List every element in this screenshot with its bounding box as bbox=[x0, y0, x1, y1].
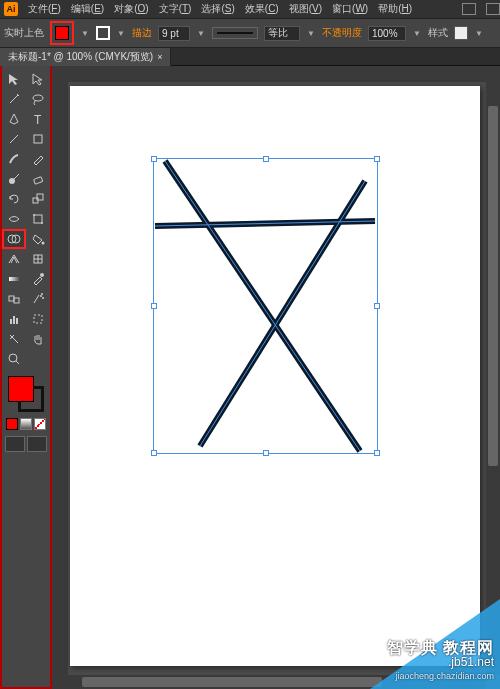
color-mode-gradient-icon[interactable] bbox=[20, 418, 32, 430]
direct-selection-tool[interactable] bbox=[27, 70, 49, 88]
fill-stroke-indicator[interactable] bbox=[6, 374, 46, 414]
fill-swatch-highlight bbox=[50, 21, 74, 45]
live-paint-bucket-tool[interactable] bbox=[27, 230, 49, 248]
selection-handle[interactable] bbox=[374, 450, 380, 456]
svg-rect-3 bbox=[34, 135, 42, 143]
screen-mode-normal-icon[interactable] bbox=[5, 436, 25, 452]
graphic-style-swatch[interactable] bbox=[454, 26, 468, 40]
menubar: Ai 文件(F) 编辑(E) 对象(O) 文字(T) 选择(S) 效果(C) 视… bbox=[0, 0, 500, 18]
color-mode-solid-icon[interactable] bbox=[6, 418, 18, 430]
svg-rect-24 bbox=[10, 319, 12, 324]
stroke-weight-input[interactable] bbox=[158, 26, 190, 41]
shape-builder-tool[interactable] bbox=[3, 230, 25, 248]
svg-point-10 bbox=[41, 222, 43, 224]
document-tabs: 未标题-1* @ 100% (CMYK/预览) × bbox=[0, 48, 500, 66]
menu-window[interactable]: 窗口(W) bbox=[332, 2, 368, 16]
selection-handle[interactable] bbox=[374, 156, 380, 162]
perspective-grid-tool[interactable] bbox=[3, 250, 25, 268]
line-tool[interactable] bbox=[3, 130, 25, 148]
menu-help[interactable]: 帮助(H) bbox=[378, 2, 412, 16]
hand-tool[interactable] bbox=[27, 330, 49, 348]
document-tab[interactable]: 未标题-1* @ 100% (CMYK/预览) × bbox=[0, 48, 171, 66]
chevron-down-icon[interactable]: ▼ bbox=[412, 29, 422, 38]
selection-handle[interactable] bbox=[263, 156, 269, 162]
chevron-down-icon[interactable]: ▼ bbox=[196, 29, 206, 38]
selection-handle[interactable] bbox=[374, 303, 380, 309]
svg-point-23 bbox=[41, 293, 43, 295]
pencil-tool[interactable] bbox=[27, 150, 49, 168]
artboard-tool[interactable] bbox=[27, 310, 49, 328]
stroke-profile[interactable] bbox=[212, 27, 258, 39]
scrollbar-vertical[interactable] bbox=[486, 66, 500, 675]
svg-text:T: T bbox=[34, 113, 42, 126]
eraser-tool[interactable] bbox=[27, 170, 49, 188]
magic-wand-tool[interactable] bbox=[3, 90, 25, 108]
fill-swatch[interactable] bbox=[55, 26, 69, 40]
menu-object[interactable]: 对象(O) bbox=[114, 2, 148, 16]
svg-rect-8 bbox=[34, 215, 42, 223]
scroll-thumb[interactable] bbox=[488, 106, 498, 466]
mesh-tool[interactable] bbox=[27, 250, 49, 268]
scroll-thumb[interactable] bbox=[82, 677, 382, 687]
svg-point-22 bbox=[42, 297, 44, 299]
lasso-tool[interactable] bbox=[27, 90, 49, 108]
color-mode-none-icon[interactable] bbox=[34, 418, 46, 430]
type-tool[interactable]: T bbox=[27, 110, 49, 128]
svg-rect-25 bbox=[13, 316, 15, 324]
close-tab-icon[interactable]: × bbox=[157, 52, 162, 62]
chevron-down-icon[interactable]: ▼ bbox=[474, 29, 484, 38]
opacity-input[interactable] bbox=[368, 26, 406, 41]
stroke-label[interactable]: 描边 bbox=[132, 26, 152, 40]
rotate-tool[interactable] bbox=[3, 190, 25, 208]
free-transform-tool[interactable] bbox=[27, 210, 49, 228]
workspace-icon[interactable] bbox=[486, 3, 500, 15]
selection-handle[interactable] bbox=[151, 303, 157, 309]
fill-indicator[interactable] bbox=[8, 376, 34, 402]
menu-select[interactable]: 选择(S) bbox=[201, 2, 234, 16]
control-context-label: 实时上色 bbox=[4, 26, 44, 40]
screen-mode-row bbox=[5, 436, 47, 452]
svg-rect-26 bbox=[16, 318, 18, 324]
eyedropper-tool[interactable] bbox=[27, 270, 49, 288]
menu-edit[interactable]: 编辑(E) bbox=[71, 2, 104, 16]
watermark-text: 智学典 教程网 .jb51.net jiaocheng.chazidian.co… bbox=[387, 641, 494, 683]
zoom-tool[interactable] bbox=[3, 350, 25, 368]
selection-bounding-box[interactable] bbox=[153, 158, 378, 454]
slice-tool[interactable] bbox=[3, 330, 25, 348]
layout-icon[interactable] bbox=[462, 3, 476, 15]
menu-type[interactable]: 文字(T) bbox=[159, 2, 192, 16]
style-label: 样式 bbox=[428, 26, 448, 40]
column-graph-tool[interactable] bbox=[3, 310, 25, 328]
rectangle-tool[interactable] bbox=[27, 130, 49, 148]
paintbrush-tool[interactable] bbox=[3, 150, 25, 168]
ruler-horizontal[interactable] bbox=[52, 66, 500, 82]
stroke-swatch[interactable] bbox=[96, 26, 110, 40]
artboard[interactable] bbox=[70, 86, 480, 666]
canvas-area[interactable] bbox=[52, 66, 500, 689]
blob-brush-tool[interactable] bbox=[3, 170, 25, 188]
svg-point-21 bbox=[40, 295, 42, 297]
svg-point-13 bbox=[42, 242, 45, 245]
control-bar: 实时上色 ▼ ▼ 描边 ▼ ▼ 不透明度 ▼ 样式 ▼ bbox=[0, 18, 500, 48]
opacity-label[interactable]: 不透明度 bbox=[322, 26, 362, 40]
selection-handle[interactable] bbox=[151, 450, 157, 456]
svg-rect-19 bbox=[9, 296, 14, 301]
menu-effect[interactable]: 效果(C) bbox=[245, 2, 279, 16]
menu-view[interactable]: 视图(V) bbox=[289, 2, 322, 16]
stroke-style-select[interactable] bbox=[264, 26, 300, 41]
selection-tool[interactable] bbox=[3, 70, 25, 88]
chevron-down-icon[interactable]: ▼ bbox=[116, 29, 126, 38]
blend-tool[interactable] bbox=[3, 290, 25, 308]
menu-file[interactable]: 文件(F) bbox=[28, 2, 61, 16]
screen-mode-full-icon[interactable] bbox=[27, 436, 47, 452]
chevron-down-icon[interactable]: ▼ bbox=[80, 29, 90, 38]
selection-handle[interactable] bbox=[263, 450, 269, 456]
pen-tool[interactable] bbox=[3, 110, 25, 128]
chevron-down-icon[interactable]: ▼ bbox=[306, 29, 316, 38]
width-tool[interactable] bbox=[3, 210, 25, 228]
ruler-vertical[interactable] bbox=[52, 66, 68, 689]
symbol-sprayer-tool[interactable] bbox=[27, 290, 49, 308]
gradient-tool[interactable] bbox=[3, 270, 25, 288]
scale-tool[interactable] bbox=[27, 190, 49, 208]
selection-handle[interactable] bbox=[151, 156, 157, 162]
